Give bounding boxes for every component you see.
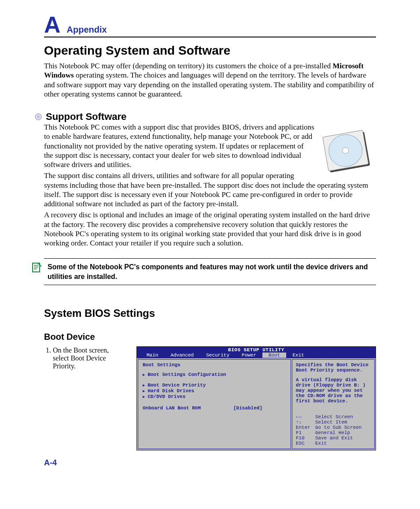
triangle-icon: ▶ (143, 394, 145, 399)
bios-right-panel: Specifies the Boot Device Boot Priority … (292, 359, 375, 449)
bios-option-value: [Disabled] (233, 405, 286, 411)
key-d: Select Item (315, 420, 347, 425)
bios-tab-exit: Exit (286, 353, 310, 358)
intro-text-1: This Notebook PC may offer (depending on… (44, 62, 332, 70)
key-d: Exit (315, 441, 327, 446)
bios-panel-title: Boot Settings (143, 362, 286, 368)
triangle-icon: ▶ (143, 389, 145, 394)
bios-left-panel: Boot Settings ▶ Boot Settings Configurat… (138, 359, 291, 449)
bios-option-lanboot: Onboard LAN Boot ROM [Disabled] (143, 405, 286, 411)
bios-help-2: A virtual floppy disk drive (Floppy Driv… (296, 377, 371, 404)
bios-option-name: Onboard LAN Boot ROM (143, 405, 233, 411)
page-number: A-4 (44, 458, 376, 468)
key-d: Select Screen (315, 414, 353, 420)
bios-item-config: ▶ Boot Settings Configuration (143, 372, 286, 377)
bios-item-hdd: ▶ Hard Disk Drives (143, 388, 286, 394)
key-d: Save and Exit (315, 435, 353, 441)
intro-text-2: operating system. The choices and langua… (44, 71, 374, 98)
key-d: General Help (315, 430, 350, 435)
instruction-text: On the Boot screen, select Boot Device P… (44, 346, 123, 370)
bios-section-heading: System BIOS Settings (44, 307, 376, 320)
appendix-header: A Appendix (44, 13, 376, 37)
cd-case-image (319, 124, 376, 177)
bios-tab-power: Power (236, 353, 262, 358)
note-text: Some of the Notebook PC's components and… (48, 262, 376, 281)
support-heading: Support Software (46, 111, 126, 123)
page-title: Operating System and Software (44, 44, 376, 58)
boot-device-heading: Boot Device (44, 332, 376, 342)
bios-tab-security: Security (200, 353, 236, 358)
instruction-step-1: On the Boot screen, select Boot Device P… (53, 346, 123, 370)
bios-item-label: CD/DVD Drives (147, 394, 185, 399)
bios-tab-advanced: Advanced (164, 353, 200, 358)
bios-tab-main: Main (140, 353, 164, 358)
key-k: ↑↓ (296, 420, 313, 425)
disc-icon (34, 113, 42, 121)
appendix-word: Appendix (67, 25, 107, 37)
bios-item-label: Boot Settings Configuration (147, 372, 226, 377)
bios-item-label: Boot Device Priority (147, 383, 206, 388)
appendix-letter: A (44, 13, 61, 36)
bios-tab-boot: Boot (262, 353, 286, 358)
key-k: ←→ (296, 414, 313, 420)
triangle-icon: ▶ (143, 383, 145, 388)
note-callout: Some of the Notebook PC's components and… (44, 258, 376, 285)
bios-item-priority: ▶ Boot Device Priority (143, 383, 286, 388)
bios-tab-bar: Main Advanced Security Power Boot Exit (137, 353, 376, 358)
key-k: F1 (296, 430, 313, 435)
bios-key-legend: ←→Select Screen ↑↓Select Item EnterGo to… (296, 414, 371, 446)
key-k: Enter (296, 425, 313, 430)
bios-screenshot: BIOS SETUP UTILITY Main Advanced Securit… (136, 346, 376, 450)
key-d: Go to Sub Screen (315, 425, 362, 430)
bios-item-label: Hard Disk Drives (147, 388, 194, 394)
key-k: ESC (296, 441, 313, 446)
key-k: F10 (296, 435, 313, 441)
intro-paragraph: This Notebook PC may offer (depending on… (44, 61, 376, 99)
note-icon (32, 262, 41, 275)
support-p3: A recovery disc is optional and includes… (44, 210, 376, 248)
bios-help-1: Specifies the Boot Device Boot Priority … (296, 362, 371, 373)
triangle-icon: ▶ (143, 372, 145, 377)
svg-point-1 (37, 116, 39, 118)
bios-title: BIOS SETUP UTILITY (137, 347, 376, 353)
bios-item-cddvd: ▶ CD/DVD Drives (143, 394, 286, 399)
